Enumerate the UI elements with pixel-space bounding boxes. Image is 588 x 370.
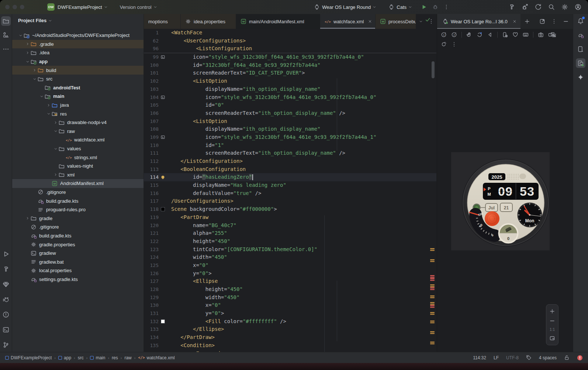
emulated-watch-screen[interactable]: 2025 P M 09 53	[451, 152, 550, 250]
sidebar-item-app-quality-insights[interactable]	[1, 280, 11, 289]
tree-item--gitignore[interactable]: .gitignore	[12, 188, 143, 197]
reset-view-icon[interactable]	[441, 41, 447, 47]
line-number[interactable]: 133	[144, 325, 159, 333]
more-options-icon[interactable]	[551, 18, 557, 24]
line-number[interactable]: 100	[144, 61, 159, 69]
tree-item-java[interactable]: java	[12, 101, 143, 110]
error-stripe-mark[interactable]	[430, 275, 435, 276]
chevron-down-icon[interactable]	[39, 94, 44, 99]
tree-item-gradle[interactable]: gradle	[12, 214, 143, 223]
vcs-widget[interactable]: Version control	[120, 4, 160, 10]
settings-icon[interactable]	[561, 4, 568, 10]
add-device-tab-icon[interactable]	[524, 18, 530, 24]
line-number[interactable]: 115	[144, 181, 159, 189]
sidebar-item-run[interactable]	[1, 249, 11, 259]
editor-tab-main-androidmanifest-xml[interactable]: Mmain/AndroidManifest.xml	[236, 14, 320, 29]
line-number[interactable]: 126	[144, 270, 159, 278]
line-number[interactable]: 62	[144, 37, 159, 45]
warning-stripe-mark[interactable]	[430, 295, 435, 297]
wear-palm-icon[interactable]	[466, 32, 472, 38]
sidebar-item-problems[interactable]	[1, 310, 11, 319]
breadcrumb-item-dwfexampleproject[interactable]: DWFExampleProject	[5, 355, 52, 360]
sidebar-item-build[interactable]	[1, 264, 11, 274]
wear-tilt-icon[interactable]	[477, 32, 482, 38]
code-line-127[interactable]: 127<Ellipse	[144, 277, 436, 285]
code-line-131[interactable]: 131y="0">	[144, 309, 436, 318]
error-stripe-mark[interactable]	[430, 305, 435, 306]
line-number[interactable]: 1	[144, 29, 159, 37]
lock-open-icon[interactable]	[564, 355, 570, 360]
chevron-right-icon[interactable]	[25, 50, 30, 55]
line-number[interactable]: 109	[144, 133, 159, 141]
tree-item-androidtest[interactable]: androidTest	[12, 83, 143, 92]
line-number[interactable]: 106	[144, 109, 159, 117]
line-number[interactable]: 114	[144, 173, 159, 181]
line-number[interactable]: 117	[144, 197, 159, 205]
code-line-129[interactable]: 129width="450"	[144, 294, 436, 302]
warning-stripe-mark[interactable]	[430, 321, 435, 322]
sidebar-item-logcat[interactable]	[1, 295, 11, 304]
notifications-icon[interactable]	[576, 16, 585, 26]
editor-tab-processdebug[interactable]: MprocessDebug	[376, 14, 416, 29]
run-button[interactable]	[421, 4, 427, 10]
breadcrumb-item-res[interactable]: res	[112, 355, 118, 360]
build-icon[interactable]	[508, 4, 515, 10]
hidden-tabs-icon[interactable]	[419, 19, 423, 24]
inspections-ok-icon[interactable]	[425, 17, 430, 23]
code-line-113[interactable]: 113<BooleanConfiguration	[144, 165, 436, 174]
gradle-icon[interactable]	[576, 30, 585, 40]
code-line-119[interactable]: 119<PartDraw	[144, 213, 436, 222]
zoom-out-button[interactable]	[549, 318, 555, 324]
line-number[interactable]: 135	[144, 342, 159, 350]
tree-item-src[interactable]: src	[12, 75, 143, 83]
code-line-122[interactable]: 122height="450"	[144, 237, 436, 246]
code-line-121[interactable]: 121alpha="255"	[144, 229, 436, 237]
project-selector[interactable]: DWFExampleProject	[58, 4, 110, 10]
code-line-114[interactable]: 114id="hasLeadingZero"	[144, 173, 436, 181]
back-button-icon[interactable]	[487, 32, 493, 38]
tree-item-res[interactable]: res	[12, 109, 143, 118]
window-close-button[interactable]	[5, 5, 10, 9]
code-line-99[interactable]: 99icon="style_wfs_312c30bf_f64a_461e_9c9…	[144, 53, 436, 61]
code-line-115[interactable]: 115displayName="Has leading zero"	[144, 181, 436, 189]
tree-item-values[interactable]: values	[12, 144, 143, 153]
line-number[interactable]: 130	[144, 301, 159, 309]
tree-item-values-night[interactable]: values-night	[12, 162, 143, 171]
sync-project-icon[interactable]	[535, 4, 542, 10]
code-line-133[interactable]: 133</Ellipse>	[144, 325, 436, 333]
editor-tab-watchface-xml[interactable]: </>watchface.xml	[320, 14, 376, 29]
breadcrumb-item-watchface-xml[interactable]: </>watchface.xml	[138, 355, 174, 360]
intention-bulb-icon[interactable]	[159, 173, 167, 181]
code-line-96[interactable]: 96<ListConfiguration	[144, 45, 436, 53]
code-line-108[interactable]: 108displayName="ith_option_display_name"	[144, 125, 436, 133]
chevron-right-icon[interactable]	[53, 172, 58, 177]
code-line-125[interactable]: 125x="0"	[144, 261, 436, 270]
hardware-input-icon[interactable]	[523, 32, 529, 38]
running-devices-icon[interactable]	[576, 58, 585, 68]
debug-button[interactable]	[432, 4, 438, 10]
tree-item--gitignore[interactable]: .gitignore	[12, 223, 143, 232]
code-line-134[interactable]: 134</PartDraw>	[144, 333, 436, 342]
project-view-selector[interactable]: Project Files	[18, 18, 55, 23]
sidebar-item-more-tools[interactable]	[1, 44, 11, 54]
zoom-fit-button[interactable]	[549, 335, 555, 341]
tree-item-xml[interactable]: xml	[12, 171, 143, 179]
chevron-right-icon[interactable]	[32, 68, 37, 73]
sidebar-item-structure[interactable]	[1, 30, 11, 40]
code-line-124[interactable]: 124width="450"	[144, 253, 436, 261]
code-line-130[interactable]: 130x="0"	[144, 301, 436, 309]
code-line-110[interactable]: 110id="1"	[144, 141, 436, 150]
code-line-126[interactable]: 126y="0">	[144, 270, 436, 278]
code-line-111[interactable]: 111screenReaderText="ith_option_display_…	[144, 149, 436, 157]
line-number[interactable]: 108	[144, 125, 159, 133]
code-line-100[interactable]: 100id="312c30bf_f64a_461e_9c93_992f2fb7a…	[144, 61, 436, 69]
screenshot-icon[interactable]	[538, 32, 544, 38]
tree-item-gradle-properties[interactable]: gradle.properties	[12, 240, 143, 249]
run-configuration-selector[interactable]: Cats	[388, 4, 415, 10]
running-device-tab[interactable]: Wear OS Large Ro...I 36.0	[437, 14, 520, 29]
sidebar-item-terminal[interactable]	[1, 325, 11, 335]
window-zoom-button[interactable]	[20, 5, 24, 9]
caret-position-widget[interactable]: 114:32	[473, 355, 486, 360]
tree-item--idea[interactable]: .idea	[12, 48, 143, 57]
error-indicator-icon[interactable]	[577, 355, 583, 361]
